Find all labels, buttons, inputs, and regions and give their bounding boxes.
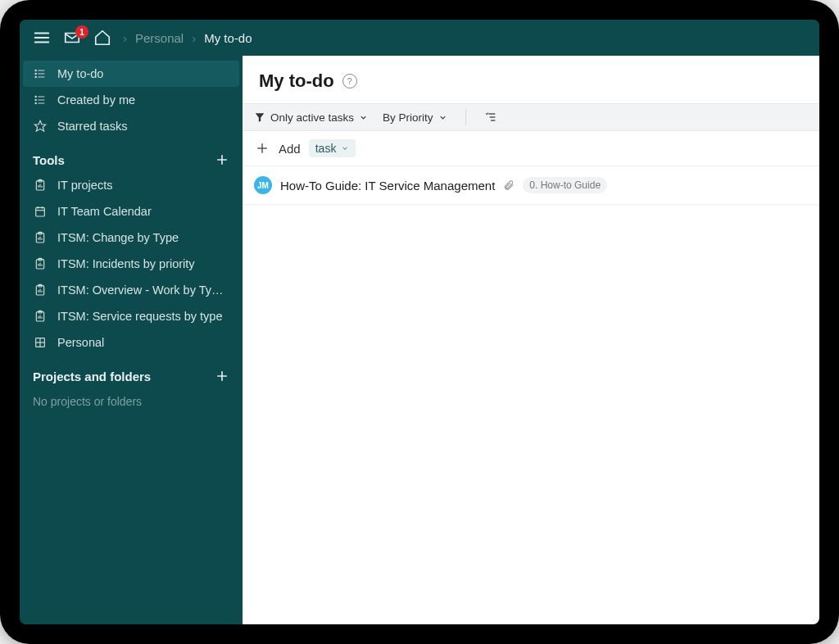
sidebar-item-label: IT Team Calendar xyxy=(57,205,229,218)
svg-point-6 xyxy=(35,70,36,70)
inbox-icon[interactable]: 1 xyxy=(62,29,82,47)
list-icon xyxy=(33,67,48,80)
filter-bar: Only active tasks By Priority xyxy=(243,103,819,131)
filter-active-label: Only active tasks xyxy=(270,111,354,124)
add-task-row[interactable]: Add task xyxy=(243,131,819,166)
home-icon[interactable] xyxy=(93,29,111,47)
sidebar-item-label: ITSM: Overview - Work by Ty… xyxy=(57,283,229,297)
funnel-icon xyxy=(254,111,265,123)
sidebar-section-projects: Projects and folders xyxy=(20,356,243,388)
add-project-button[interactable] xyxy=(215,369,229,383)
sidebar-item-label: ITSM: Service requests by type xyxy=(57,310,229,323)
task-row[interactable]: JMHow-To Guide: IT Service Management0. … xyxy=(243,166,819,205)
chevron-right-icon: › xyxy=(123,31,127,45)
subtasks-toggle[interactable] xyxy=(484,111,497,124)
topbar: 1 › Personal › My to-do xyxy=(20,20,819,56)
separator xyxy=(465,109,466,125)
main-header: My to-do ? xyxy=(243,56,819,103)
chevron-right-icon: › xyxy=(192,31,196,45)
report-icon xyxy=(33,231,48,244)
add-label: Add xyxy=(279,142,301,156)
report-icon xyxy=(33,283,48,297)
projects-header-label: Projects and folders xyxy=(33,370,151,383)
filter-active-tasks[interactable]: Only active tasks xyxy=(254,111,368,124)
paperclip-icon xyxy=(503,179,515,191)
sidebar-item-label: Starred tasks xyxy=(57,120,229,133)
sidebar-item-label: IT projects xyxy=(57,179,229,192)
chevron-down-icon xyxy=(438,113,447,122)
sort-label: By Priority xyxy=(383,111,433,124)
task-tag: 0. How-to Guide xyxy=(523,177,607,193)
sidebar-section-tools: Tools xyxy=(20,139,243,172)
sidebar-item[interactable]: Personal xyxy=(20,329,243,356)
sidebar-item[interactable]: ITSM: Change by Type xyxy=(20,224,243,251)
report-icon xyxy=(33,257,48,270)
help-icon[interactable]: ? xyxy=(342,74,357,88)
avatar: JM xyxy=(254,176,272,194)
breadcrumb: › Personal › My to-do xyxy=(123,31,252,45)
star-icon xyxy=(33,120,48,133)
add-tool-button[interactable] xyxy=(215,152,229,167)
list-icon xyxy=(33,93,48,107)
projects-empty-text: No projects or folders xyxy=(20,388,243,415)
sidebar-item[interactable]: My to-do xyxy=(23,61,239,87)
add-chip-label: task xyxy=(315,142,337,155)
sidebar-item-label: Personal xyxy=(57,336,229,349)
sort-dropdown[interactable]: By Priority xyxy=(383,111,447,124)
sidebar: My to-doCreated by meStarred tasks Tools… xyxy=(20,56,243,624)
svg-point-7 xyxy=(35,73,36,74)
breadcrumb-parent[interactable]: Personal xyxy=(135,31,184,45)
sidebar-item[interactable]: Starred tasks xyxy=(20,113,243,139)
main-panel: My to-do ? Only active tasks By Priority xyxy=(243,56,819,624)
task-title: How-To Guide: IT Service Management xyxy=(280,179,495,193)
task-list: JMHow-To Guide: IT Service Management0. … xyxy=(243,166,819,205)
svg-point-8 xyxy=(35,76,36,77)
sidebar-item-label: My to-do xyxy=(57,67,229,80)
inbox-badge: 1 xyxy=(75,25,88,39)
sidebar-item[interactable]: IT projects xyxy=(20,172,243,198)
svg-point-13 xyxy=(35,99,36,100)
page-title: My to-do xyxy=(259,70,334,92)
sidebar-item[interactable]: IT Team Calendar xyxy=(20,198,243,224)
report-icon xyxy=(33,179,48,192)
sidebar-item[interactable]: ITSM: Service requests by type xyxy=(20,303,243,329)
sidebar-item[interactable]: ITSM: Incidents by priority xyxy=(20,251,243,277)
sidebar-item[interactable]: Created by me xyxy=(20,87,243,113)
add-type-chip[interactable]: task xyxy=(309,139,356,157)
svg-rect-23 xyxy=(36,207,45,216)
svg-marker-15 xyxy=(34,120,45,131)
svg-point-12 xyxy=(35,96,36,97)
breadcrumb-current: My to-do xyxy=(204,31,252,45)
sidebar-item-label: ITSM: Change by Type xyxy=(57,231,229,244)
tablet-frame: 1 › Personal › My to-do My to-doCreated … xyxy=(0,0,839,644)
svg-point-14 xyxy=(35,102,36,103)
sidebar-item[interactable]: ITSM: Overview - Work by Ty… xyxy=(20,277,243,303)
chevron-down-icon xyxy=(341,144,349,152)
sidebar-item-label: ITSM: Incidents by priority xyxy=(57,257,229,270)
hamburger-menu-icon[interactable] xyxy=(33,29,51,47)
sidebar-item-label: Created by me xyxy=(57,93,229,107)
plus-icon xyxy=(254,140,270,156)
app-body: My to-doCreated by meStarred tasks Tools… xyxy=(20,56,819,624)
report-icon xyxy=(33,310,48,323)
tools-header-label: Tools xyxy=(33,153,65,167)
grid-icon xyxy=(33,336,48,349)
subtasks-icon xyxy=(484,111,497,124)
app-screen: 1 › Personal › My to-do My to-doCreated … xyxy=(20,20,819,624)
calendar-icon xyxy=(33,205,48,218)
chevron-down-icon xyxy=(359,113,368,122)
